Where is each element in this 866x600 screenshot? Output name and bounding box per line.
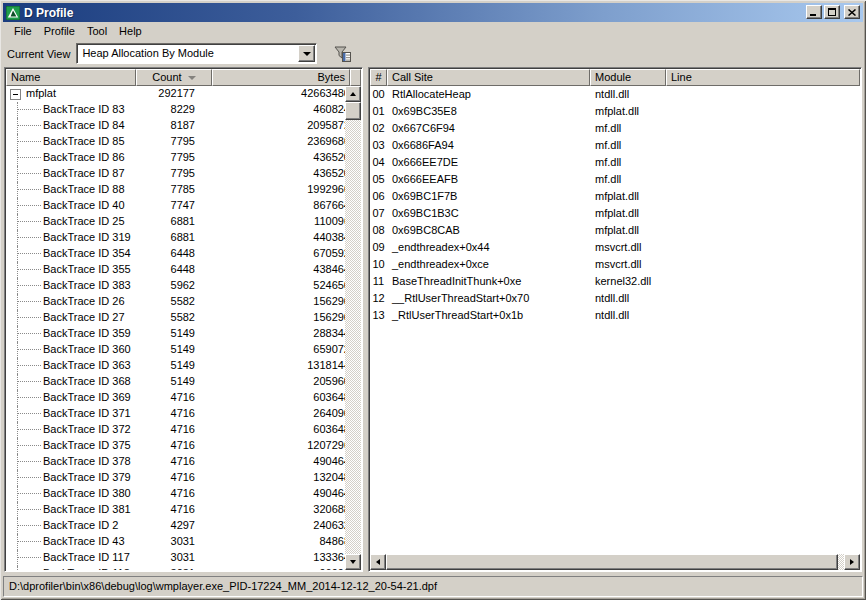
tree-row[interactable]: BackTrace ID 371 4716 264096 (6, 406, 345, 422)
tree-row[interactable]: BackTrace ID 363 5149 1318144 (6, 358, 345, 374)
column-header-module[interactable]: Module (590, 69, 666, 86)
tree-row[interactable]: BackTrace ID 87 7795 436520 (6, 166, 345, 182)
column-header-call-site[interactable]: Call Site (387, 69, 590, 86)
tree-row[interactable]: BackTrace ID 118 3031 96992 (6, 566, 345, 570)
triangle-up-icon (350, 92, 356, 96)
tree-row[interactable]: BackTrace ID 380 4716 490464 (6, 486, 345, 502)
count-header-label: Count (152, 71, 181, 83)
menu-item[interactable]: Tool (81, 24, 113, 39)
callstack-row[interactable]: 06 0x69BC1F7B mfplat.dll (370, 188, 860, 205)
scroll-down-button[interactable] (345, 554, 361, 570)
tree-row[interactable]: BackTrace ID 383 5962 524656 (6, 278, 345, 294)
tree-connector-lines (6, 230, 43, 246)
callstack-row[interactable]: 07 0x69BC1B3C mfplat.dll (370, 205, 860, 222)
combobox-dropdown-button[interactable] (298, 45, 315, 62)
tree-row[interactable]: BackTrace ID 368 5149 205960 (6, 374, 345, 390)
module-value: ntdll.dll (590, 290, 666, 307)
call-site-value: 0x69BC1F7B (387, 188, 590, 205)
callstack-row[interactable]: 00 RtlAllocateHeap ntdll.dll (370, 86, 860, 103)
callstack-row[interactable]: 01 0x69BC35E8 mfplat.dll (370, 103, 860, 120)
line-value (666, 120, 860, 137)
tree-connector-lines (6, 454, 43, 470)
current-view-combobox[interactable]: Heap Allocation By Module (76, 43, 317, 64)
line-value (666, 222, 860, 239)
callstack-row[interactable]: 08 0x69BC8CAB mfplat.dll (370, 222, 860, 239)
maximize-button[interactable] (824, 5, 840, 19)
frame-number: 01 (370, 103, 387, 120)
vertical-scrollbar[interactable] (345, 86, 361, 570)
callstack-row[interactable]: 04 0x666EE7DE mf.dll (370, 154, 860, 171)
callstack-row[interactable]: 02 0x667C6F94 mf.dll (370, 120, 860, 137)
tree-row[interactable]: BackTrace ID 85 7795 2369680 (6, 134, 345, 150)
callstack-row[interactable]: 09 _endthreadex+0x44 msvcrt.dll (370, 239, 860, 256)
menu-item[interactable]: Profile (38, 24, 81, 39)
callstack-row[interactable]: 05 0x666EEAFB mf.dll (370, 171, 860, 188)
column-header-name[interactable]: Name (6, 69, 136, 86)
frame-number: 09 (370, 239, 387, 256)
horizontal-scrollbar-thumb[interactable] (386, 554, 838, 570)
tree-row[interactable]: BackTrace ID 360 5149 659072 (6, 342, 345, 358)
bytes-value: 603648 (313, 390, 345, 405)
call-site-value: _endthreadex+0xce (387, 256, 590, 273)
callstack-row[interactable]: 13 _RtlUserThreadStart+0x1b ntdll.dll (370, 307, 860, 324)
bytes-cell: 156296 (209, 294, 345, 310)
frame-number: 13 (370, 307, 387, 324)
tree-row[interactable]: BackTrace ID 354 6448 670592 (6, 246, 345, 262)
tree-row[interactable]: BackTrace ID 369 4716 603648 (6, 390, 345, 406)
column-header-number[interactable]: # (370, 69, 387, 86)
filter-button[interactable] (330, 43, 354, 65)
scroll-up-button[interactable] (345, 86, 361, 102)
tree-row[interactable]: BackTrace ID 83 8229 460824 (6, 102, 345, 118)
bytes-value: 867664 (313, 198, 345, 213)
line-value (666, 188, 860, 205)
module-value: msvcrt.dll (590, 239, 666, 256)
callstack-row[interactable]: 11 BaseThreadInitThunk+0xe kernel32.dll (370, 273, 860, 290)
tree-row[interactable]: BackTrace ID 378 4716 490464 (6, 454, 345, 470)
scroll-right-button[interactable] (844, 554, 860, 570)
count-value: 5149 (134, 342, 209, 358)
tree-row[interactable]: BackTrace ID 359 5149 288344 (6, 326, 345, 342)
tree-row[interactable]: BackTrace ID 84 8187 2095872 (6, 118, 345, 134)
tree-row[interactable]: BackTrace ID 88 7785 1992960 (6, 182, 345, 198)
tree-row[interactable]: BackTrace ID 372 4716 603648 (6, 422, 345, 438)
tree-row-root[interactable]: mfplat 292177 42663480 (6, 86, 345, 102)
tree-row[interactable]: BackTrace ID 40 7747 867664 (6, 198, 345, 214)
tree-row[interactable]: BackTrace ID 375 4716 1207296 (6, 438, 345, 454)
tree-row[interactable]: BackTrace ID 43 3031 84868 (6, 534, 345, 550)
tree-row[interactable]: BackTrace ID 379 4716 132048 (6, 470, 345, 486)
line-value (666, 307, 860, 324)
tree-row[interactable]: BackTrace ID 25 6881 110096 (6, 214, 345, 230)
column-header-bytes[interactable]: Bytes (212, 69, 350, 86)
tree-node-label: BackTrace ID 87 (43, 166, 134, 182)
bytes-value: 156296 (313, 294, 345, 309)
column-header-count[interactable]: Count (136, 69, 212, 86)
count-value: 4716 (134, 486, 209, 502)
vertical-scrollbar-track[interactable] (345, 120, 361, 554)
frame-number: 06 (370, 188, 387, 205)
tree-row[interactable]: BackTrace ID 2 4297 240632 (6, 518, 345, 534)
tree-row[interactable]: BackTrace ID 86 7795 436520 (6, 150, 345, 166)
tree-row[interactable]: BackTrace ID 27 5582 156296 (6, 310, 345, 326)
tree-node-label: BackTrace ID 372 (43, 422, 134, 438)
menu-item[interactable]: File (8, 24, 38, 39)
tree-row[interactable]: BackTrace ID 355 6448 438464 (6, 262, 345, 278)
vertical-scrollbar-thumb[interactable] (345, 102, 361, 120)
tree-connector-lines (6, 470, 43, 486)
tree-row[interactable]: BackTrace ID 26 5582 156296 (6, 294, 345, 310)
tree-row[interactable]: BackTrace ID 381 4716 320688 (6, 502, 345, 518)
column-header-line[interactable]: Line (666, 69, 860, 86)
callstack-row[interactable]: 12 __RtlUserThreadStart+0x70 ntdll.dll (370, 290, 860, 307)
callstack-row[interactable]: 10 _endthreadex+0xce msvcrt.dll (370, 256, 860, 273)
callstack-row[interactable]: 03 0x6686FA94 mf.dll (370, 137, 860, 154)
minimize-button[interactable] (806, 5, 822, 19)
collapse-expander-icon[interactable] (10, 89, 21, 100)
menu-item[interactable]: Help (113, 24, 148, 39)
tree-row[interactable]: BackTrace ID 117 3031 133364 (6, 550, 345, 566)
tree-row[interactable]: BackTrace ID 319 6881 440384 (6, 230, 345, 246)
scroll-left-button[interactable] (370, 554, 386, 570)
close-button[interactable] (844, 5, 860, 19)
tree-node-label: BackTrace ID 378 (43, 454, 134, 470)
horizontal-scrollbar[interactable] (370, 554, 860, 570)
bytes-value: 524656 (313, 278, 345, 293)
bytes-cell: 288344 (209, 326, 345, 342)
